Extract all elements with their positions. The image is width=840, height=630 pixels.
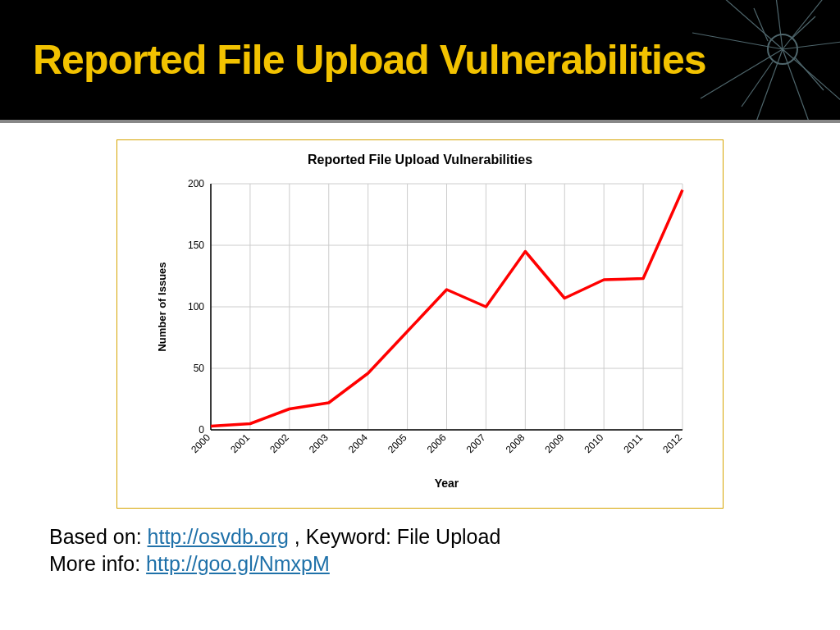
based-on-suffix: , Keyword: File Upload xyxy=(289,525,500,548)
svg-text:2012: 2012 xyxy=(660,431,684,455)
svg-text:2004: 2004 xyxy=(346,431,370,455)
slide-title: Reported File Upload Vulnerabilities xyxy=(33,36,706,84)
svg-text:150: 150 xyxy=(188,240,204,251)
svg-text:100: 100 xyxy=(188,301,204,313)
more-info-label: More info: xyxy=(49,552,146,575)
svg-text:2005: 2005 xyxy=(386,431,409,455)
svg-text:2009: 2009 xyxy=(543,431,567,455)
svg-text:Number of Issues: Number of Issues xyxy=(156,262,168,351)
footer-credits: Based on: http://osvdb.org , Keyword: Fi… xyxy=(49,523,791,577)
svg-text:2006: 2006 xyxy=(425,431,449,455)
chart-title: Reported File Upload Vulnerabilities xyxy=(134,153,706,167)
svg-text:2008: 2008 xyxy=(504,431,527,455)
svg-text:2007: 2007 xyxy=(464,431,488,455)
based-on-label: Based on: xyxy=(49,525,148,548)
line-chart: 0501001502002000200120022003200420052006… xyxy=(141,176,699,495)
more-info-link[interactable]: http://goo.gl/NmxpM xyxy=(146,552,330,575)
svg-text:2003: 2003 xyxy=(307,431,331,455)
slide-header: Reported File Upload Vulnerabilities xyxy=(0,0,840,123)
svg-text:2001: 2001 xyxy=(228,431,252,455)
osvdb-link[interactable]: http://osvdb.org xyxy=(148,525,289,548)
broken-glass-decoration xyxy=(660,0,840,123)
svg-text:200: 200 xyxy=(188,178,204,189)
svg-text:2010: 2010 xyxy=(582,431,606,455)
svg-text:2002: 2002 xyxy=(267,431,291,455)
chart-container: Reported File Upload Vulnerabilities 050… xyxy=(116,139,724,509)
slide-content: Reported File Upload Vulnerabilities 050… xyxy=(0,123,840,577)
svg-text:Year: Year xyxy=(435,477,459,490)
svg-text:50: 50 xyxy=(194,363,205,374)
svg-text:2000: 2000 xyxy=(189,431,212,455)
svg-text:2011: 2011 xyxy=(621,431,645,455)
